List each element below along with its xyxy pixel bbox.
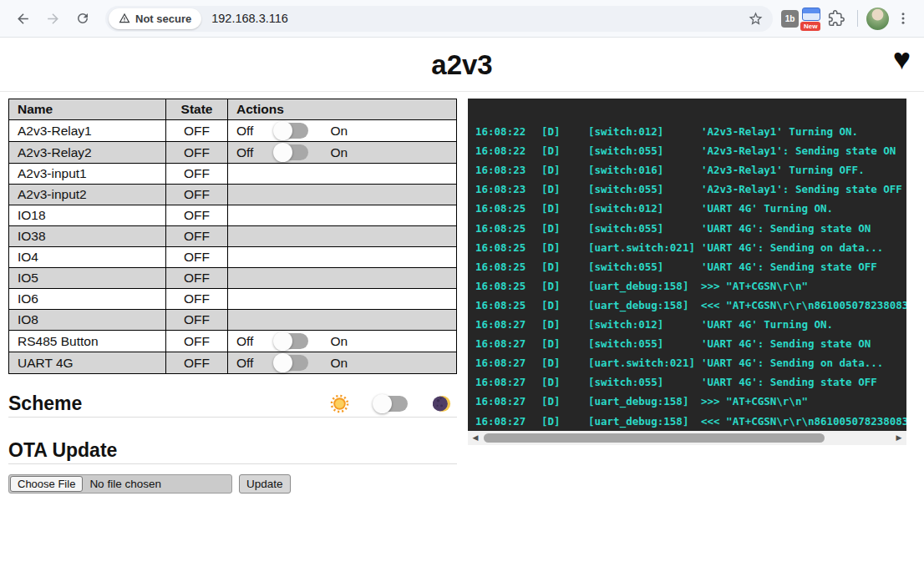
log-time: 16:08:27 <box>475 315 541 334</box>
device-actions <box>228 268 457 289</box>
log-tag: [switch:012] <box>588 199 701 218</box>
file-input[interactable]: Choose File No file chosen <box>8 474 232 494</box>
browser-menu-button[interactable] <box>891 6 916 31</box>
console-scrollbar[interactable]: ◀ ▶ <box>468 431 906 445</box>
device-state: OFF <box>166 247 228 268</box>
toolbar-separator <box>857 10 858 27</box>
device-name: IO18 <box>9 205 166 226</box>
toggle-control: OffOn <box>236 333 448 349</box>
log-time: 16:08:25 <box>475 199 541 218</box>
log-level: [D] <box>541 353 588 372</box>
profile-avatar[interactable] <box>866 8 889 30</box>
device-row: A2v3-Relay1OFFOffOn <box>9 120 457 142</box>
scrollbar-right-arrow[interactable]: ▶ <box>894 434 904 442</box>
extension-new-button[interactable]: New <box>800 6 822 31</box>
toggle-control: OffOn <box>236 355 448 371</box>
device-name: A2v3-Relay1 <box>9 120 166 142</box>
log-tag: [switch:055] <box>588 141 701 160</box>
reload-button[interactable] <box>69 4 97 33</box>
device-state: OFF <box>166 120 228 142</box>
forward-button[interactable] <box>38 4 67 33</box>
device-actions: OffOn <box>228 120 457 142</box>
toggle-off-label: Off <box>236 356 253 371</box>
log-message: 'UART 4G': Sending state ON <box>701 222 871 235</box>
device-actions: OffOn <box>228 331 457 352</box>
device-name: IO6 <box>9 289 166 310</box>
security-chip[interactable]: Not secure <box>109 8 201 29</box>
log-message: <<< "AT+CGSN\r\r\n861005078238083\ <box>701 299 906 311</box>
log-level: [D] <box>541 296 588 315</box>
console-row: 16:08:23[D][switch:016]'A2v3-Relay1' Tur… <box>475 160 906 180</box>
device-state: OFF <box>166 205 228 226</box>
log-tag: [uart_debug:158] <box>588 296 701 315</box>
device-state: OFF <box>166 226 228 247</box>
log-time: 16:08:27 <box>475 392 541 411</box>
console-row: 16:08:27[D][uart.switch:021]'UART 4G': S… <box>475 353 906 372</box>
extension-1b-button[interactable]: 1b <box>781 10 799 28</box>
log-level: [D] <box>541 372 588 392</box>
log-tag: [switch:055] <box>588 219 701 238</box>
extensions-menu-button[interactable] <box>824 6 849 31</box>
scrollbar-left-arrow[interactable]: ◀ <box>470 434 480 442</box>
scheme-divider <box>8 417 457 418</box>
toggle-on-label: On <box>330 356 348 371</box>
device-row: IO38OFF <box>9 226 457 247</box>
device-row: A2v3-input2OFF <box>9 185 457 205</box>
log-tag: [uart.switch:021] <box>588 353 701 372</box>
back-button[interactable] <box>8 4 37 33</box>
device-row: RS485 ButtonOFFOffOn <box>9 331 457 352</box>
scheme-section: Scheme <box>8 392 457 415</box>
security-chip-label: Not secure <box>135 13 191 25</box>
log-level: [D] <box>541 392 588 411</box>
console-row: 16:08:27[D][switch:055]'UART 4G': Sendin… <box>475 372 906 392</box>
log-time: 16:08:22 <box>475 122 541 141</box>
device-table-header-row: Name State Actions <box>9 99 457 120</box>
log-level: [D] <box>541 315 588 334</box>
warning-icon <box>119 13 130 24</box>
console-row: 16:08:22[D][switch:055]'A2v3-Relay1': Se… <box>475 141 906 160</box>
device-toggle[interactable] <box>275 333 308 349</box>
toggle-knob <box>273 143 292 162</box>
scheme-toggle[interactable] <box>374 396 408 412</box>
device-toggle[interactable] <box>275 355 308 371</box>
console-row: 16:08:25[D][switch:055]'UART 4G': Sendin… <box>475 219 906 238</box>
choose-file-button[interactable]: Choose File <box>10 476 83 492</box>
page-header: a2v3 ♥ <box>0 38 924 91</box>
device-actions <box>228 247 457 268</box>
device-name: A2v3-Relay2 <box>9 142 166 164</box>
device-toggle[interactable] <box>275 123 308 139</box>
address-bar[interactable]: Not secure 192.168.3.116 <box>105 6 773 32</box>
device-toggle[interactable] <box>275 144 308 160</box>
toggle-off-label: Off <box>236 145 253 160</box>
device-actions <box>228 185 457 205</box>
device-name: IO4 <box>9 247 166 268</box>
log-time: 16:08:27 <box>475 353 541 372</box>
url-text[interactable]: 192.168.3.116 <box>211 12 743 25</box>
update-button[interactable]: Update <box>239 474 291 494</box>
col-header-name: Name <box>9 99 166 120</box>
bookmark-star-button[interactable] <box>743 6 768 31</box>
kebab-menu-icon <box>896 11 911 26</box>
log-time: 16:08:25 <box>475 276 541 296</box>
device-actions: OffOn <box>228 142 457 164</box>
scrollbar-thumb[interactable] <box>484 433 825 443</box>
sun-icon <box>330 394 349 413</box>
console-row: 16:08:22[D][switch:012]'A2v3-Relay1' Tur… <box>475 122 906 141</box>
device-state: OFF <box>166 352 228 374</box>
new-badge: New <box>800 22 820 31</box>
device-state: OFF <box>166 142 228 164</box>
device-state: OFF <box>166 185 228 205</box>
log-message: 'UART 4G': Sending on data... <box>701 357 883 369</box>
ota-controls: Choose File No file chosen Update <box>8 474 457 494</box>
device-name: IO8 <box>9 310 166 331</box>
device-actions <box>228 205 457 226</box>
console-row: 16:08:23[D][switch:055]'A2v3-Relay1': Se… <box>475 180 906 199</box>
toggle-control: OffOn <box>236 144 448 160</box>
log-tag: [uart.switch:021] <box>588 238 701 257</box>
log-level: [D] <box>541 122 588 141</box>
device-state: OFF <box>166 331 228 352</box>
puzzle-icon <box>828 10 845 27</box>
device-row: A2v3-input1OFF <box>9 164 457 185</box>
log-level: [D] <box>541 160 588 180</box>
console-row: 16:08:25[D][switch:055]'UART 4G': Sendin… <box>475 257 906 276</box>
